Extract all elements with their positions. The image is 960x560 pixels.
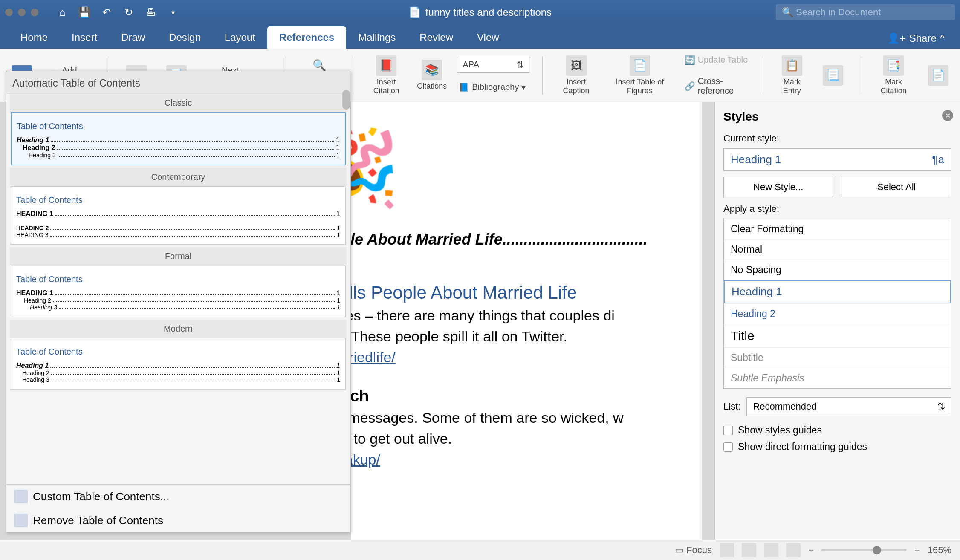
search-input[interactable]: 🔍 Search in Document	[776, 4, 955, 20]
style-title[interactable]: Title	[724, 324, 951, 347]
citations-button[interactable]: 📚Citations	[417, 60, 447, 91]
tof-icon: 📄	[630, 55, 650, 76]
redo-icon[interactable]: ↻	[121, 5, 136, 20]
tab-mailings[interactable]: Mailings	[346, 26, 408, 49]
toc-template-contemporary[interactable]: Table of Contents HEADING 11 HEADING 21 …	[11, 186, 346, 245]
doc-heading: lls People About Married Life...........…	[351, 231, 702, 248]
tab-layout[interactable]: Layout	[213, 26, 267, 49]
search-icon: 🔍	[782, 7, 793, 18]
update-icon: 🔄	[685, 55, 695, 65]
ribbon-tabs: Home Insert Draw Design Layout Reference…	[0, 25, 960, 49]
apply-style-label: Apply a style:	[723, 203, 951, 214]
bibliography-button[interactable]: 📘Bibliography ▾	[457, 81, 529, 94]
zoom-out-button[interactable]: −	[808, 545, 814, 556]
close-icon[interactable]	[5, 9, 13, 16]
tab-insert[interactable]: Insert	[60, 26, 109, 49]
mark-citation-icon: 📑	[883, 55, 904, 76]
share-button[interactable]: 👤+ Share ^	[880, 28, 951, 49]
tab-home[interactable]: Home	[9, 26, 60, 49]
toc-popup-header: Automatic Table of Contents	[6, 71, 350, 94]
tab-review[interactable]: Review	[408, 26, 465, 49]
tab-draw[interactable]: Draw	[109, 26, 157, 49]
statusbar: ▭ Focus − + 165%	[0, 540, 960, 560]
select-all-button[interactable]: Select All	[842, 177, 952, 197]
style-heading-2[interactable]: Heading 2	[724, 303, 951, 324]
toc-template-formal[interactable]: Table of Contents HEADING 11 Heading 21 …	[11, 266, 346, 317]
view-draft-icon[interactable]	[786, 543, 801, 557]
custom-toc-button[interactable]: Custom Table of Contents...	[6, 485, 350, 508]
word-doc-icon: 📄	[408, 6, 421, 18]
home-icon[interactable]: ⌂	[55, 5, 70, 20]
tab-view[interactable]: View	[465, 26, 511, 49]
chevron-updown-icon: ⇅	[517, 60, 524, 70]
toc-section-formal: Formal	[10, 247, 347, 266]
style-subtle-emphasis[interactable]: Subtle Emphasis	[724, 368, 951, 388]
index-icon: 📃	[823, 65, 843, 86]
doc-text: d flat jokes – there are many things tha…	[351, 307, 702, 324]
party-emoji: 🎉	[351, 124, 702, 214]
toc-template-classic[interactable]: Table of Contents Heading 11 Heading 21 …	[11, 112, 346, 165]
doc-heading-1: One Tells People About Married Life	[351, 283, 702, 303]
doc-heading-2: t So Much	[351, 387, 702, 405]
checkbox-icon	[723, 426, 733, 435]
show-direct-formatting-checkbox[interactable]: Show direct formatting guides	[723, 441, 951, 453]
style-clear-formatting[interactable]: Clear Formatting	[724, 219, 951, 239]
mark-citation-button[interactable]: 📑Mark Citation	[874, 55, 913, 95]
minimize-icon[interactable]	[18, 9, 26, 16]
citation-style-select[interactable]: APA⇅	[457, 57, 529, 73]
doc-text: the knot. These people spill it all on T…	[351, 328, 702, 345]
doc-link[interactable]: 6/23/breakup/	[351, 451, 702, 468]
document-page[interactable]: 🎉 lls People About Married Life.........…	[351, 102, 702, 540]
view-print-icon[interactable]	[720, 543, 734, 557]
update-table-button[interactable]: 🔄Update Table	[683, 53, 750, 67]
current-style-value[interactable]: Heading 1¶a	[723, 148, 951, 171]
list-filter-select[interactable]: Recommended ⇅	[746, 397, 951, 416]
undo-icon[interactable]: ↶	[99, 5, 114, 20]
insert-citation-button[interactable]: 📕Insert Citation	[366, 55, 407, 95]
zoom-in-button[interactable]: +	[914, 545, 920, 556]
cross-reference-button[interactable]: 🔗Cross-reference	[683, 75, 750, 98]
mark-entry-button[interactable]: 📋Mark Entry	[776, 55, 808, 95]
print-icon[interactable]: 🖶	[143, 5, 159, 20]
toc-footer: Custom Table of Contents... Remove Table…	[6, 484, 350, 532]
qat-dropdown-icon[interactable]: ▾	[165, 5, 181, 20]
current-style-label: Current style:	[723, 133, 951, 144]
bibliography-icon: 📘	[459, 82, 469, 92]
citations-icon: 📚	[422, 60, 442, 80]
focus-mode-icon[interactable]: ▭ Focus	[675, 543, 712, 557]
view-outline-icon[interactable]	[764, 543, 778, 557]
show-styles-guides-checkbox[interactable]: Show styles guides	[723, 424, 951, 436]
save-icon[interactable]: 💾	[77, 5, 92, 20]
toc-title: Table of Contents	[16, 347, 340, 357]
style-normal[interactable]: Normal	[724, 239, 951, 260]
style-heading-1[interactable]: Heading 1	[724, 280, 951, 303]
insert-caption-button[interactable]: 🖼Insert Caption	[555, 55, 597, 95]
style-subtitle[interactable]: Subtitle	[724, 347, 951, 368]
remove-toc-button[interactable]: Remove Table of Contents	[6, 508, 350, 532]
doc-link[interactable]: 1/24/marriedlife/	[351, 349, 702, 366]
tab-references[interactable]: References	[267, 26, 346, 49]
toc-title: Table of Contents	[17, 121, 340, 131]
insert-tof-button[interactable]: 📄Insert Table of Figures	[607, 55, 673, 95]
zoom-thumb[interactable]	[873, 546, 881, 554]
scrollbar-thumb[interactable]	[342, 90, 350, 110]
zoom-level[interactable]: 165%	[928, 545, 951, 556]
zoom-slider[interactable]	[821, 549, 907, 551]
close-styles-icon[interactable]: ✕	[942, 110, 953, 121]
new-style-button[interactable]: New Style...	[723, 177, 833, 197]
toc-title: Table of Contents	[16, 195, 340, 205]
tab-design[interactable]: Design	[157, 26, 213, 49]
custom-toc-icon	[14, 490, 28, 503]
document-title: 📄 funny titles and descriptions	[184, 6, 776, 18]
style-no-spacing[interactable]: No Spacing	[724, 260, 951, 280]
paragraph-mark-icon: ¶a	[932, 153, 944, 166]
insert-toa-button[interactable]: 📄	[923, 65, 953, 86]
insert-index-button[interactable]: 📃	[818, 65, 848, 86]
maximize-icon[interactable]	[31, 9, 38, 16]
view-web-icon[interactable]	[742, 543, 756, 557]
toc-template-modern[interactable]: Table of Contents Heading 11 Heading 21 …	[11, 338, 346, 390]
caption-icon: 🖼	[566, 55, 587, 76]
toc-gallery-popup: Automatic Table of Contents Classic Tabl…	[6, 71, 350, 533]
toa-icon: 📄	[928, 65, 948, 86]
toc-scroll-area[interactable]: Classic Table of Contents Heading 11 Hea…	[6, 94, 350, 484]
